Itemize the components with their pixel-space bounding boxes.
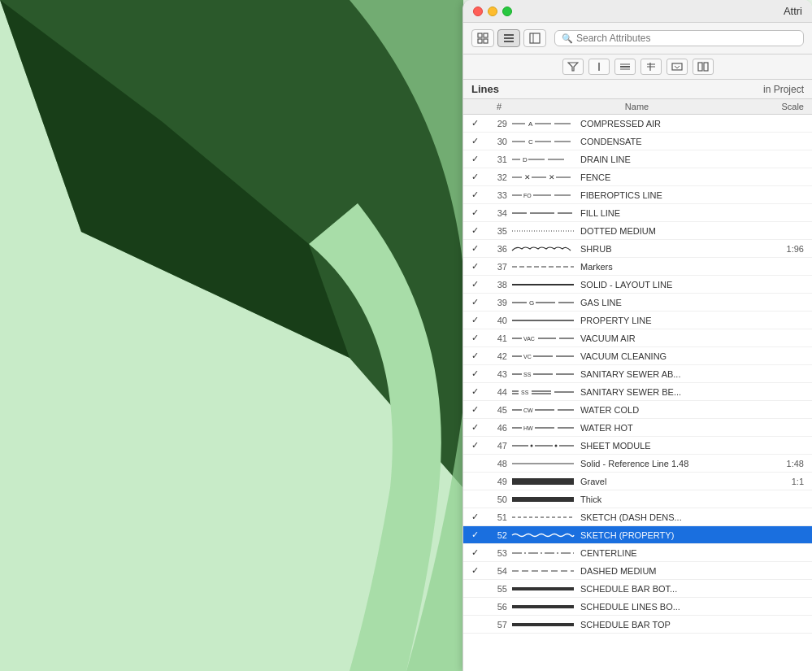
row-line-preview: SKETCH (PROPERTY) <box>510 530 763 540</box>
svg-text:FO: FO <box>523 193 532 198</box>
svg-rect-2 <box>478 33 482 37</box>
row-name-label: FENCE <box>580 172 610 182</box>
line-preview-icon <box>510 459 575 468</box>
line-preview-icon <box>510 566 575 576</box>
row-number: 38 <box>488 280 510 290</box>
col-header-scale: Scale <box>763 102 804 111</box>
maximize-button[interactable] <box>502 7 512 16</box>
row-checkmark: ✓ <box>471 547 488 558</box>
row-name-label: VACUUM AIR <box>580 333 636 343</box>
row-name-label: SANITARY SEWER AB... <box>580 369 680 379</box>
list-item[interactable]: ✓ 40 PROPERTY LINE <box>463 312 812 329</box>
svg-text:A: A <box>528 120 533 128</box>
list-item[interactable]: ✓ 52 SKETCH (PROPERTY) <box>463 526 812 544</box>
section-title: Lines <box>471 83 763 95</box>
row-checkmark: ✓ <box>471 368 488 379</box>
list-item[interactable]: ✓ 37 Markers <box>463 258 812 276</box>
svg-point-77 <box>531 444 533 447</box>
minimize-button[interactable] <box>488 7 497 16</box>
svg-text:✕: ✕ <box>549 173 555 181</box>
list-item[interactable]: 50 Thick <box>463 490 812 508</box>
filter-btn-6[interactable] <box>693 59 714 75</box>
row-scale-label: 1:1 <box>763 477 804 486</box>
row-checkmark: ✓ <box>471 422 488 433</box>
row-checkmark: ✓ <box>471 154 488 164</box>
svg-rect-6 <box>504 34 514 36</box>
list-item[interactable]: ✓ 31 D DRAIN LINE <box>463 150 812 168</box>
list-item[interactable]: ✓ 34 FILL LINE <box>463 204 812 222</box>
list-item[interactable]: ✓ 29 A COMPRESSED AIR <box>463 115 812 133</box>
list-item[interactable]: 55 SCHEDULE BAR BOT... <box>463 580 812 598</box>
list-item[interactable]: ✓ 41 VAC VACUUM AIR <box>463 329 812 347</box>
list-item[interactable]: 49 Gravel 1:1 <box>463 473 812 490</box>
row-checkmark: ✓ <box>471 386 488 397</box>
view-btn-1[interactable] <box>471 29 494 47</box>
list-item[interactable]: 56 SCHEDULE LINES BO... <box>463 598 812 616</box>
row-line-preview: VC VACUUM CLEANING <box>510 351 763 361</box>
list-item[interactable]: ✓ 44 SS SANITARY SEWER BE... <box>463 383 812 401</box>
list-item[interactable]: 48 Solid - Reference Line 1.48 1:48 <box>463 455 812 473</box>
row-checkmark: ✓ <box>471 297 488 307</box>
line-preview-icon <box>510 244 575 254</box>
row-line-preview: D DRAIN LINE <box>510 155 763 164</box>
filter-btn-2[interactable] <box>588 59 610 75</box>
col-header-num: # <box>488 102 510 111</box>
line-preview-icon: SS <box>510 369 575 379</box>
row-name-label: VACUUM CLEANING <box>580 351 667 361</box>
col-header-name: Name <box>510 102 763 111</box>
filter-btn-4[interactable] <box>640 59 662 75</box>
line-preview-icon <box>510 512 575 522</box>
list-item[interactable]: ✓ 53 CENTERLINE <box>463 544 812 562</box>
row-line-preview: Markers <box>510 262 763 272</box>
list-item[interactable]: ✓ 43 SS SANITARY SEWER AB... <box>463 365 812 383</box>
row-name-label: DASHED MEDIUM <box>580 566 657 576</box>
list-item[interactable]: ✓ 36 SHRUB 1:96 <box>463 240 812 258</box>
row-checkmark: ✓ <box>471 512 488 522</box>
window-controls <box>473 7 512 16</box>
list-item[interactable]: ✓ 30 C CONDENSATE <box>463 133 812 150</box>
list-item[interactable]: 57 SCHEDULE BAR TOP <box>463 616 812 634</box>
svg-text:G: G <box>529 299 534 307</box>
scope-label: in Project <box>763 84 804 95</box>
list-item[interactable]: ✓ 39 G GAS LINE <box>463 294 812 312</box>
list-item[interactable]: ✓ 47 SHEET MODULE <box>463 437 812 455</box>
list-item[interactable]: ✓ 51 SKETCH (DASH DENS... <box>463 508 812 526</box>
svg-rect-83 <box>512 497 574 502</box>
row-checkmark: ✓ <box>471 243 488 254</box>
line-preview-icon <box>510 584 575 594</box>
row-checkmark: ✓ <box>471 261 488 272</box>
list-item[interactable]: ✓ 42 VC VACUUM CLEANING <box>463 347 812 365</box>
list-item[interactable]: ✓ 46 HW WATER HOT <box>463 419 812 437</box>
row-number: 39 <box>488 298 510 307</box>
list-item[interactable]: ✓ 32 ✕✕ FENCE <box>463 168 812 186</box>
list-item[interactable]: ✓ 54 DASHED MEDIUM <box>463 562 812 580</box>
row-line-preview: VAC VACUUM AIR <box>510 333 763 343</box>
row-line-preview: SS SANITARY SEWER AB... <box>510 369 763 379</box>
close-button[interactable] <box>473 7 483 16</box>
filter-btn-1[interactable] <box>562 59 584 75</box>
row-line-preview: CW WATER COLD <box>510 405 763 415</box>
row-name-label: Thick <box>580 495 601 504</box>
row-number: 46 <box>488 423 510 433</box>
row-line-preview: Solid - Reference Line 1.48 <box>510 459 763 468</box>
title-bar: Attri <box>463 0 812 23</box>
line-preview-icon <box>510 495 575 504</box>
svg-rect-9 <box>530 33 540 43</box>
filter-btn-3[interactable] <box>614 59 636 75</box>
list-item[interactable]: ✓ 33 FO FIBEROPTICS LINE <box>463 186 812 204</box>
list-item[interactable]: ✓ 38 SOLID - LAYOUT LINE <box>463 276 812 294</box>
line-preview-icon: VC <box>510 351 575 361</box>
view-btn-2[interactable] <box>497 29 520 47</box>
row-checkmark: ✓ <box>471 172 488 182</box>
row-checkmark: ✓ <box>471 225 488 236</box>
attributes-list[interactable]: ✓ 29 A COMPRESSED AIR ✓ 30 C CONDENSATE … <box>463 115 812 671</box>
filter-btn-5[interactable] <box>667 59 688 75</box>
row-name-label: SHRUB <box>580 244 612 254</box>
row-line-preview: FILL LINE <box>510 208 763 218</box>
list-item[interactable]: ✓ 35 DOTTED MEDIUM <box>463 222 812 240</box>
search-input[interactable] <box>576 33 797 44</box>
row-number: 45 <box>488 405 510 415</box>
panel-title: Attri <box>784 5 802 17</box>
list-item[interactable]: ✓ 45 CW WATER COLD <box>463 401 812 419</box>
view-btn-3[interactable] <box>523 29 546 47</box>
